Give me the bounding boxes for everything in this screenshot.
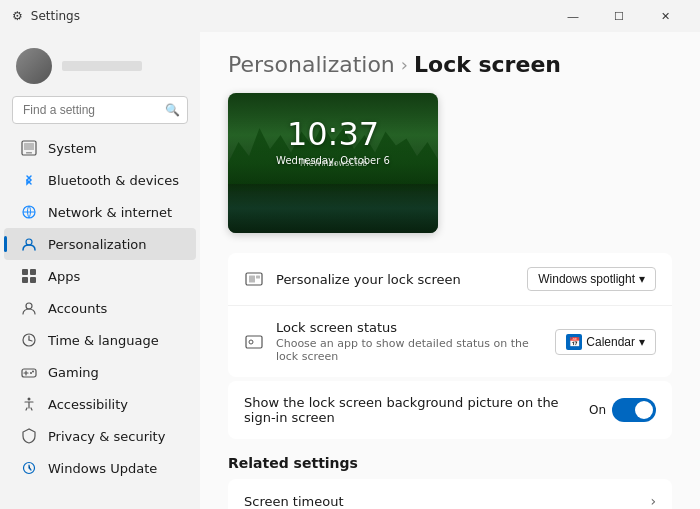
svg-point-10: [26, 303, 32, 309]
sidebar-item-label-accounts: Accounts: [48, 301, 107, 316]
screen-timeout-chevron: ›: [650, 493, 656, 509]
breadcrumb: Personalization › Lock screen: [228, 52, 672, 77]
sidebar-item-time[interactable]: Time & language: [4, 324, 196, 356]
sidebar-item-system[interactable]: System: [4, 132, 196, 164]
svg-rect-2: [26, 152, 32, 154]
svg-line-13: [29, 340, 32, 341]
sidebar-item-label-gaming: Gaming: [48, 365, 99, 380]
privacy-icon: [20, 427, 38, 445]
settings-icon: ⚙: [12, 9, 23, 23]
accessibility-icon: [20, 395, 38, 413]
update-icon: [20, 459, 38, 477]
gaming-icon: [20, 363, 38, 381]
svg-rect-7: [30, 269, 36, 275]
search-icon: 🔍: [165, 103, 180, 117]
svg-rect-6: [22, 269, 28, 275]
lockscreen-preview: 10:37 Wednesday, October 6 TheWindowsClu…: [228, 93, 438, 233]
app-body: 🔍 System Bluetooth & devices Network & i…: [0, 32, 700, 509]
sidebar-item-accessibility[interactable]: Accessibility: [4, 388, 196, 420]
screen-timeout-row[interactable]: Screen timeout ›: [228, 479, 672, 509]
sidebar-item-update[interactable]: Windows Update: [4, 452, 196, 484]
user-profile: [0, 40, 200, 96]
sidebar-item-network[interactable]: Network & internet: [4, 196, 196, 228]
sidebar-item-label-bluetooth: Bluetooth & devices: [48, 173, 179, 188]
search-input[interactable]: [12, 96, 188, 124]
sidebar-item-personalization[interactable]: Personalization: [4, 228, 196, 260]
toggle-state: On: [589, 403, 606, 417]
toggle-text: Show the lock screen background picture …: [244, 395, 577, 425]
personalization-icon: [20, 235, 38, 253]
svg-point-18: [32, 371, 34, 373]
minimize-button[interactable]: —: [550, 0, 596, 32]
screen-timeout-label: Screen timeout: [244, 494, 344, 509]
svg-rect-9: [30, 277, 36, 283]
lock-status-desc: Choose an app to show detailed status on…: [276, 337, 543, 363]
svg-rect-8: [22, 277, 28, 283]
close-button[interactable]: ✕: [642, 0, 688, 32]
calendar-label: Calendar: [586, 335, 635, 349]
sidebar-item-bluetooth[interactable]: Bluetooth & devices: [4, 164, 196, 196]
avatar-image: [16, 48, 52, 84]
svg-point-5: [26, 239, 32, 245]
user-name: [62, 61, 142, 71]
sidebar-item-gaming[interactable]: Gaming: [4, 356, 196, 388]
sidebar-item-label-privacy: Privacy & security: [48, 429, 165, 444]
calendar-icon: 📅: [566, 334, 582, 350]
svg-rect-23: [256, 276, 260, 279]
avatar: [16, 48, 52, 84]
content-area: Personalization › Lock screen 10:37 Wedn…: [200, 32, 700, 509]
titlebar-title: Settings: [31, 9, 80, 23]
breadcrumb-current: Lock screen: [414, 52, 561, 77]
settings-card-lock: Personalize your lock screen Windows spo…: [228, 253, 672, 377]
svg-point-17: [30, 372, 32, 374]
toggle-control: On: [589, 398, 656, 422]
breadcrumb-parent[interactable]: Personalization: [228, 52, 395, 77]
toggle-knob: [635, 401, 653, 419]
chevron-down-icon: ▾: [639, 272, 645, 286]
apps-icon: [20, 267, 38, 285]
sidebar: 🔍 System Bluetooth & devices Network & i…: [0, 32, 200, 509]
lockscreen-date: Wednesday, October 6: [276, 155, 390, 166]
lock-status-text: Lock screen status Choose an app to show…: [276, 320, 543, 363]
lock-status-title: Lock screen status: [276, 320, 543, 335]
lock-screen-icon: [244, 269, 264, 289]
settings-row-personalize: Personalize your lock screen Windows spo…: [228, 253, 672, 306]
personalize-lock-text: Personalize your lock screen: [276, 272, 515, 287]
sign-in-toggle[interactable]: [612, 398, 656, 422]
spotlight-label: Windows spotlight: [538, 272, 635, 286]
settings-card-toggle: Show the lock screen background picture …: [228, 381, 672, 439]
sidebar-item-label-apps: Apps: [48, 269, 80, 284]
calendar-dropdown[interactable]: 📅 Calendar ▾: [555, 329, 656, 355]
toggle-title: Show the lock screen background picture …: [244, 395, 577, 425]
network-icon: [20, 203, 38, 221]
spotlight-dropdown[interactable]: Windows spotlight ▾: [527, 267, 656, 291]
lock-status-icon: [244, 332, 264, 352]
sidebar-item-label-update: Windows Update: [48, 461, 157, 476]
personalize-lock-control: Windows spotlight ▾: [527, 267, 656, 291]
sidebar-item-label-accessibility: Accessibility: [48, 397, 128, 412]
settings-row-toggle: Show the lock screen background picture …: [228, 381, 672, 439]
system-icon: [20, 139, 38, 157]
bluetooth-icon: [20, 171, 38, 189]
related-settings-title: Related settings: [228, 455, 672, 471]
settings-row-status: Lock screen status Choose an app to show…: [228, 306, 672, 377]
chevron-down-icon-2: ▾: [639, 335, 645, 349]
svg-point-25: [249, 340, 253, 344]
personalize-lock-title: Personalize your lock screen: [276, 272, 515, 287]
svg-rect-22: [249, 276, 255, 283]
sidebar-item-label-time: Time & language: [48, 333, 159, 348]
sidebar-item-apps[interactable]: Apps: [4, 260, 196, 292]
titlebar-controls: — ☐ ✕: [550, 0, 688, 32]
sidebar-item-label-network: Network & internet: [48, 205, 172, 220]
svg-rect-24: [246, 336, 262, 348]
sidebar-nav: System Bluetooth & devices Network & int…: [0, 132, 200, 484]
search-box: 🔍: [12, 96, 188, 124]
maximize-button[interactable]: ☐: [596, 0, 642, 32]
lock-status-control: 📅 Calendar ▾: [555, 329, 656, 355]
lockscreen-time: 10:37: [287, 115, 379, 153]
sidebar-item-privacy[interactable]: Privacy & security: [4, 420, 196, 452]
sidebar-item-label-system: System: [48, 141, 96, 156]
accounts-icon: [20, 299, 38, 317]
sidebar-item-accounts[interactable]: Accounts: [4, 292, 196, 324]
time-icon: [20, 331, 38, 349]
